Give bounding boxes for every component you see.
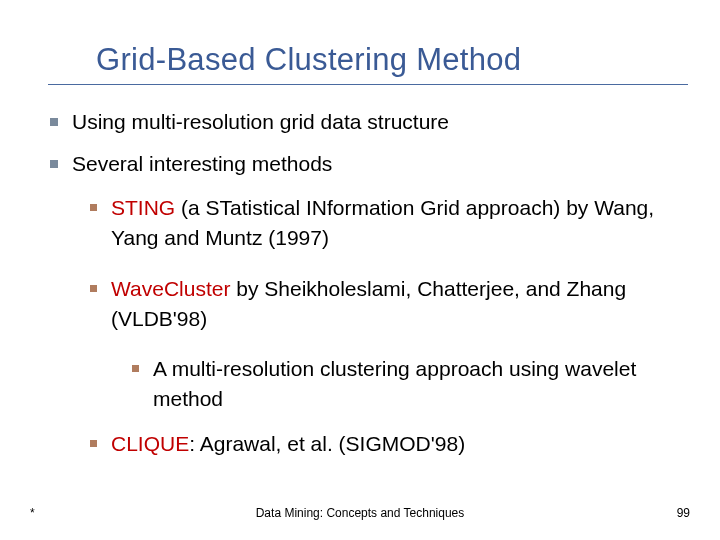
square-bullet-icon	[90, 285, 97, 292]
bullet-rest: (a STatistical INformation Grid approach…	[111, 196, 654, 249]
title-bar: Grid-Based Clustering Method	[48, 42, 688, 85]
bullet-level1: Several interesting methods	[50, 150, 690, 178]
bullet-level1: Using multi-resolution grid data structu…	[50, 108, 690, 136]
bullet-rest: : Agrawal, et al. (SIGMOD'98)	[189, 432, 465, 455]
slide-title: Grid-Based Clustering Method	[48, 42, 688, 78]
bullet-text: Several interesting methods	[72, 150, 690, 178]
footer-center: Data Mining: Concepts and Techniques	[0, 506, 720, 520]
keyword-sting: STING	[111, 196, 175, 219]
bullet-text: STING (a STatistical INformation Grid ap…	[111, 193, 690, 254]
slide-footer: * Data Mining: Concepts and Techniques 9…	[0, 506, 720, 520]
bullet-text: Using multi-resolution grid data structu…	[72, 108, 690, 136]
square-bullet-icon	[50, 118, 58, 126]
square-bullet-icon	[50, 160, 58, 168]
bullet-level2: CLIQUE: Agrawal, et al. (SIGMOD'98)	[90, 429, 690, 459]
bullet-text: CLIQUE: Agrawal, et al. (SIGMOD'98)	[111, 429, 690, 459]
bullet-level2: WaveCluster by Sheikholeslami, Chatterje…	[90, 274, 690, 335]
square-bullet-icon	[90, 204, 97, 211]
bullet-text: A multi-resolution clustering approach u…	[153, 354, 690, 413]
bullet-level3: A multi-resolution clustering approach u…	[132, 354, 690, 413]
bullet-text: WaveCluster by Sheikholeslami, Chatterje…	[111, 274, 690, 335]
square-bullet-icon	[90, 440, 97, 447]
bullet-level2: STING (a STatistical INformation Grid ap…	[90, 193, 690, 254]
keyword-clique: CLIQUE	[111, 432, 189, 455]
page-number: 99	[677, 506, 690, 520]
keyword-wavecluster: WaveCluster	[111, 277, 230, 300]
slide-content: Using multi-resolution grid data structu…	[50, 108, 690, 480]
square-bullet-icon	[132, 365, 139, 372]
footer-left: *	[30, 506, 35, 520]
